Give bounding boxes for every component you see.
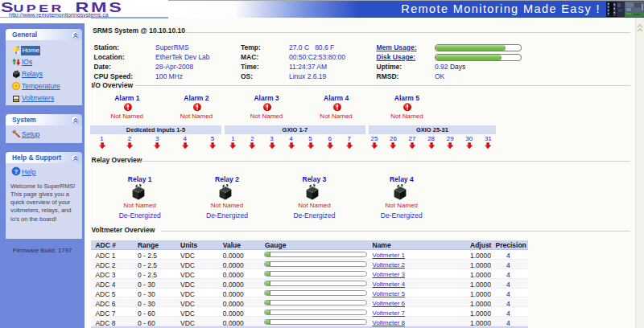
svg-text:?: ? <box>14 168 19 175</box>
